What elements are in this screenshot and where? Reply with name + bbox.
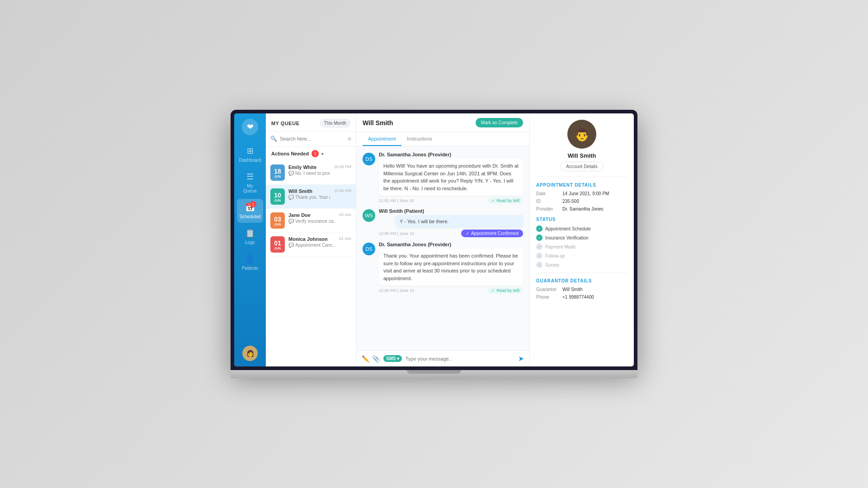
status-item-1: ✓ Insurance Verification (536, 235, 627, 241)
actions-label: Actions Needed (271, 151, 309, 156)
detail-row-date: Date 14 June 2021, 9:00 PM (536, 191, 627, 196)
chat-header: Will Smith Mark as Complete (356, 113, 529, 132)
queue-item-emily-white[interactable]: 18 JUN Emily White 💬 No. I need to provi… (266, 161, 356, 185)
message-text-2: Y - Yes. I will be there. (395, 215, 523, 228)
queue-list: 18 JUN Emily White 💬 No. I need to provi… (266, 161, 356, 366)
queue-item-time-monica: 01 Jun (339, 236, 351, 241)
sidebar-item-patients[interactable]: 👤 Patients (237, 250, 263, 274)
message-text-3: Thank you. Your appointment has been con… (379, 249, 523, 286)
queue-item-name-jane: Jane Doe (288, 212, 335, 218)
right-panel: 👨 Will Smith Account Details APPOINTMENT… (530, 113, 634, 366)
status-label-3: Follow-up (545, 253, 565, 258)
message-time-1: 11:01 AM | June 10 (379, 198, 414, 203)
read-badge-3: ✓ Read by Will (488, 287, 523, 294)
date-badge-monica: 01 JUN (270, 236, 285, 253)
message-time-2: 12:05 PM | June 10 (379, 231, 414, 236)
guarantor-label-phone: Phone (536, 295, 560, 300)
status-check-2: ✓ (536, 244, 542, 250)
edit-icon[interactable]: ✏️ (362, 355, 369, 362)
queue-item-info-will: Will Smith 💬 Thank you. Your app... (288, 188, 330, 200)
status-label-4: Survey (545, 263, 559, 267)
app-logo: ❤ (242, 119, 258, 135)
status-check-0: ✓ (536, 225, 542, 232)
attachment-icon[interactable]: 📎 (372, 355, 380, 362)
account-details-button[interactable]: Account Details (560, 162, 603, 171)
dashboard-icon: ⊞ (247, 146, 254, 156)
queue-item-preview-monica: 💬 Appointment Canc... (288, 243, 335, 248)
check-icon-confirmed: ✓ (466, 231, 469, 236)
message-footer-1: 11:01 AM | June 10 ✓ Read by Will (379, 197, 523, 204)
status-item-2: ✓ Payment Made (536, 244, 627, 250)
queue-icon: ☰ (246, 172, 254, 182)
queue-item-name-will: Will Smith (288, 188, 330, 194)
queue-search-bar: 🔍 ≡ (266, 131, 356, 146)
detail-row-provider: Provider Dr. Samantha Jones (536, 206, 627, 211)
laptop-wrapper: ❤ ⊞ Dashboard ☰ My Queue 📅 1 Sched (231, 110, 637, 378)
status-item-3: ✓ Follow-up (536, 253, 627, 259)
checkmark-icon-3: ✓ (491, 288, 495, 293)
queue-item-preview-will: 💬 Thank you. Your app... (288, 195, 330, 200)
message-sender-3: Dr. Samantha Jones (Provider) (379, 242, 523, 247)
search-input[interactable] (280, 136, 345, 141)
message-input[interactable] (406, 356, 514, 361)
queue-filter-button[interactable]: This Month (320, 119, 350, 127)
queue-panel: MY QUEUE This Month 🔍 ≡ Actions Needed 1… (266, 113, 356, 366)
message-content-1: Dr. Samantha Jones (Provider) Hello Will… (379, 152, 523, 204)
message-content-3: Dr. Samantha Jones (Provider) Thank you.… (379, 242, 523, 294)
send-button[interactable]: ➤ (518, 354, 524, 363)
sidebar-item-logs[interactable]: 📋 Logs (237, 225, 263, 249)
date-badge-will: 10 JUN (270, 188, 285, 205)
tab-instructions[interactable]: Instructions (401, 132, 438, 146)
filter-menu-icon[interactable]: ≡ (348, 135, 351, 142)
status-label-1: Insurance Verification (545, 235, 589, 240)
detail-row-id: ID 235-500 (536, 199, 627, 204)
queue-item-time-emily: 10:00 PM (334, 164, 351, 169)
user-avatar[interactable]: 👩 (242, 346, 258, 361)
date-badge-emily: 18 JUN (270, 164, 285, 181)
date-badge-jane: 03 JUN (270, 212, 285, 229)
detail-label-id: ID (536, 199, 560, 204)
queue-item-info-monica: Monica Johnson 💬 Appointment Canc... (288, 236, 335, 248)
status-check-3: ✓ (536, 253, 542, 259)
message-2: WS Will Smith (Patient) Y - Yes. I will … (363, 208, 523, 237)
sidebar-label-dashboard: Dashboard (239, 158, 261, 163)
message-footer-2: 12:05 PM | June 10 ✓ Appointment Confirm… (379, 230, 523, 237)
queue-item-will-smith[interactable]: 10 JUN Will Smith 💬 Thank you. Your app.… (266, 185, 356, 209)
laptop-base (231, 370, 637, 378)
logs-icon: 📋 (245, 228, 255, 238)
message-content-2: Will Smith (Patient) Y - Yes. I will be … (379, 208, 523, 237)
read-badge-1: ✓ Read by Will (488, 197, 523, 204)
status-label-0: Appointment Schedule (545, 226, 591, 231)
queue-item-monica-johnson[interactable]: 01 JUN Monica Johnson 💬 Appointment Canc… (266, 233, 356, 257)
queue-item-time-will: 12:06 PM (334, 188, 351, 193)
chat-messages: DS Dr. Samantha Jones (Provider) Hello W… (356, 146, 529, 350)
sms-type-selector[interactable]: SMS ▾ (383, 355, 402, 362)
patient-name-large: Will Smith (568, 152, 596, 159)
queue-item-name-emily: Emily White (288, 164, 330, 170)
sidebar-label-logs: Logs (245, 240, 255, 245)
sidebar-item-scheduled[interactable]: 📅 1 Scheduled (237, 199, 263, 223)
patient-avatar-2: WS (363, 209, 375, 222)
mark-complete-button[interactable]: Mark as Complete (476, 118, 523, 127)
tab-appointment[interactable]: Appointment (363, 132, 401, 146)
status-item-0: ✓ Appointment Schedule (536, 225, 627, 232)
actions-dropdown-icon[interactable]: ▾ (321, 151, 324, 156)
laptop-notch (407, 370, 461, 374)
sidebar-label-scheduled: Scheduled (239, 214, 260, 219)
screen-inner: ❤ ⊞ Dashboard ☰ My Queue 📅 1 Sched (234, 113, 634, 366)
sidebar-item-myqueue[interactable]: ☰ My Queue (237, 168, 263, 197)
status-item-4: ✓ Survey (536, 262, 627, 268)
detail-value-date: 14 June 2021, 9:00 PM (562, 191, 609, 196)
sidebar: ❤ ⊞ Dashboard ☰ My Queue 📅 1 Sched (234, 113, 266, 366)
detail-value-provider: Dr. Samantha Jones (562, 206, 604, 211)
message-time-3: 12:06 PM | June 10 (379, 288, 414, 293)
queue-item-jane-doe[interactable]: 03 JUN Jane Doe 💬 Verify insurance ca...… (266, 209, 356, 233)
message-1: DS Dr. Samantha Jones (Provider) Hello W… (363, 152, 523, 204)
guarantor-row-name: Guarantor Will Smith (536, 287, 627, 292)
sidebar-item-scheduled-wrapper: 📅 1 Scheduled (237, 199, 263, 223)
status-label-2: Payment Made (545, 244, 576, 249)
sidebar-item-dashboard[interactable]: ⊞ Dashboard (237, 142, 263, 166)
patient-avatar-large: 👨 (567, 120, 596, 149)
message-sender-2: Will Smith (Patient) (379, 208, 523, 214)
message-sender-1: Dr. Samantha Jones (Provider) (379, 152, 523, 157)
